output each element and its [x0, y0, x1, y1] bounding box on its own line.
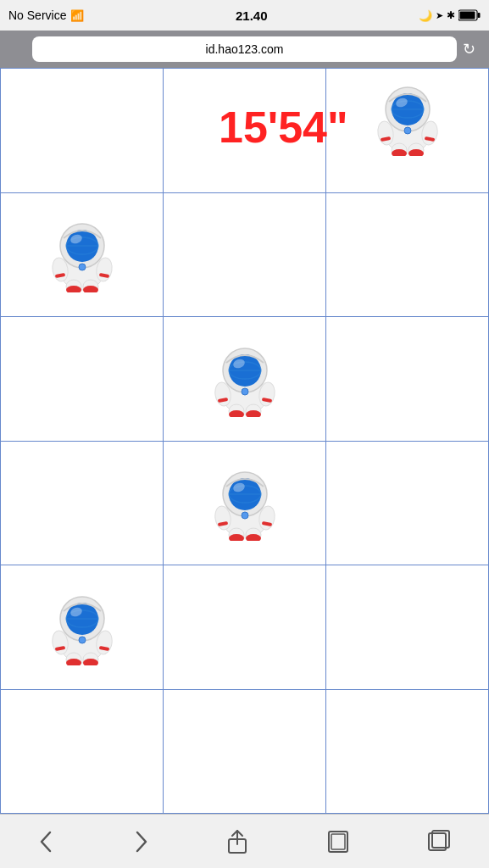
grid-cell-1-2[interactable]: [164, 69, 326, 193]
svg-rect-1: [477, 13, 480, 18]
grid-cell-6-1[interactable]: [1, 690, 164, 815]
grid-cell-2-3[interactable]: [326, 193, 489, 318]
astronaut[interactable]: [211, 465, 279, 541]
grid-cell-5-3[interactable]: [326, 565, 489, 690]
game-area: 15'54": [0, 68, 489, 814]
grid-cell-4-2[interactable]: [164, 442, 326, 566]
share-button[interactable]: [212, 822, 263, 861]
astronaut[interactable]: [374, 80, 442, 156]
svg-point-77: [79, 637, 86, 643]
astronaut[interactable]: [48, 216, 116, 292]
grid-cell-6-2[interactable]: [164, 690, 326, 815]
grid-container: [0, 68, 489, 814]
wifi-icon: 📶: [70, 9, 84, 22]
svg-point-47: [242, 388, 248, 395]
grid-cell-3-2[interactable]: [164, 317, 326, 442]
bookmarks-button[interactable]: [313, 822, 364, 861]
astronaut[interactable]: [48, 589, 116, 665]
grid-cell-3-3[interactable]: [326, 317, 489, 442]
grid-cell-4-3[interactable]: [326, 442, 489, 566]
grid-cell-1-3[interactable]: [326, 69, 489, 193]
grid-cell-2-2[interactable]: [164, 193, 326, 318]
grid-cell-5-1[interactable]: [1, 565, 164, 690]
svg-point-32: [79, 264, 86, 270]
grid-cell-4-1[interactable]: [1, 442, 164, 566]
reload-button[interactable]: ↻: [463, 40, 475, 58]
forward-button[interactable]: [119, 822, 163, 861]
astronaut[interactable]: [211, 341, 279, 417]
location-icon: ➤: [436, 10, 443, 21]
svg-point-17: [404, 127, 411, 134]
grid-cell-2-1[interactable]: [1, 193, 164, 318]
grid-cell-3-1[interactable]: [1, 317, 164, 442]
grid-cell-1-1[interactable]: [1, 69, 164, 193]
status-bar: No Service 📶 21.40 🌙 ➤ ✱: [0, 0, 489, 31]
no-service-label: No Service: [8, 8, 66, 22]
svg-rect-80: [331, 834, 345, 849]
bluetooth-icon: ✱: [447, 9, 455, 21]
svg-rect-2: [459, 12, 475, 19]
toolbar: [0, 814, 489, 868]
url-input[interactable]: [32, 36, 457, 62]
tabs-button[interactable]: [414, 822, 464, 861]
svg-point-62: [242, 512, 248, 519]
status-left: No Service 📶: [8, 8, 84, 22]
battery-icon: [458, 9, 481, 21]
grid-cell-6-3[interactable]: [326, 690, 489, 815]
status-right: 🌙 ➤ ✱: [419, 9, 481, 22]
moon-icon: 🌙: [419, 9, 432, 22]
back-button[interactable]: [25, 822, 69, 861]
address-bar: ↻: [0, 31, 489, 68]
grid-cell-5-2[interactable]: [164, 565, 326, 690]
time-display: 21.40: [236, 8, 268, 23]
